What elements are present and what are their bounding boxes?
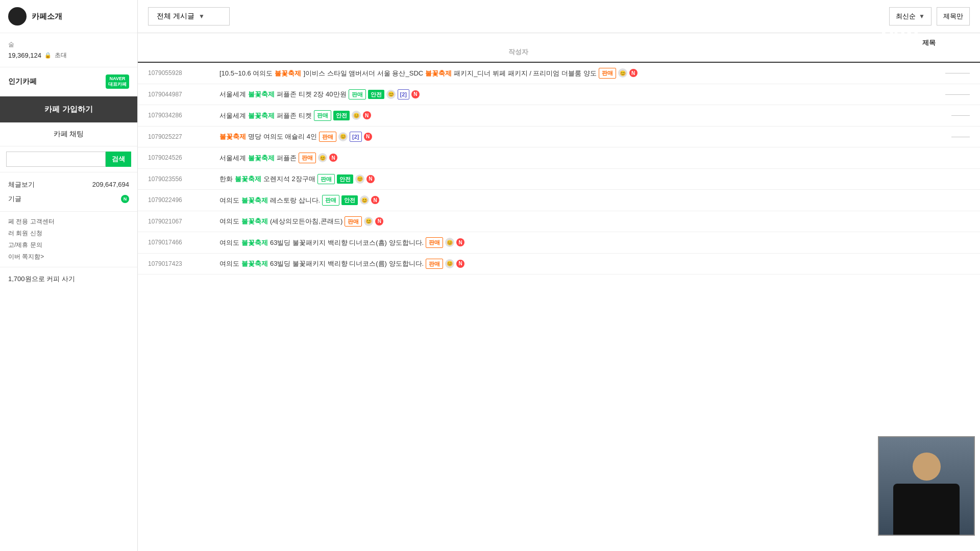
row-num: 1079024526 — [148, 154, 219, 161]
icon-emoji: 😊 — [445, 259, 454, 268]
join-button[interactable]: 카페 가입하기 — [0, 96, 137, 122]
search-bar: 검색 — [0, 146, 137, 172]
table-row: 1079023556 한화 불꽃축제 오렌지석 2장구매 판매 안전 😊 N — [138, 169, 980, 190]
table-row: 1079017423 여의도 불꽃축제 63빌딩 불꽃패키지 백리향 디너코스(… — [138, 254, 980, 275]
badge-sell: 판매 — [314, 110, 331, 121]
row-num: 1079017466 — [148, 239, 219, 246]
badge-sell: 판매 — [299, 153, 316, 163]
n-icon: N — [629, 69, 638, 77]
row-title[interactable]: [10.5~10.6 여의도 불꽃축제]이비스 스타일 앰버서더 서울 용산_S… — [219, 68, 868, 79]
row-num: 1079023556 — [148, 176, 219, 183]
sidebar-stats: 술 19,369,124 🔒 초대 — [0, 33, 137, 67]
table-row: 1079034286 서울세계불꽃축제 퍼플존 티켓 판매 안전 😊 N ——— — [138, 105, 980, 127]
video-person — [879, 437, 974, 535]
n-icon: N — [329, 154, 337, 162]
th-author: 작성자 — [148, 47, 888, 57]
icon-emoji: 😊 — [318, 153, 327, 162]
badge-sell: 판매 — [426, 259, 443, 269]
table-row: 1079021067 여의도 불꽃축제(세상의모든아침,콘래드) 판매 😊 N — [138, 211, 980, 233]
badge-sell: 판매 — [349, 89, 366, 100]
badge-safe: 안전 — [368, 90, 384, 99]
table-row: 1079044987 서울세계불꽃축제 퍼플존 티켓 2장 40만원 판매 안전… — [138, 84, 980, 106]
sidebar-logo — [8, 7, 27, 26]
icon-emoji: 😊 — [338, 132, 348, 141]
badge-count: [2] — [350, 132, 361, 142]
row-title[interactable]: 서울세계불꽃축제 퍼플존 티켓 판매 안전 😊 N — [219, 110, 868, 121]
icon-emoji: 😊 — [360, 195, 369, 205]
badge-sell: 판매 — [322, 195, 339, 206]
badge-sell: 판매 — [319, 132, 336, 142]
badge-sell: 판매 — [426, 237, 443, 248]
table-header: 제목 작성자 — [138, 33, 980, 63]
sidebar-new-posts-link[interactable]: 기글 — [8, 194, 21, 204]
row-num: 1079025227 — [148, 133, 219, 140]
sidebar-header: 카페소개 — [0, 0, 137, 33]
table-row: 1079055928 [10.5~10.6 여의도 불꽃축제]이비스 스타일 앰… — [138, 63, 980, 84]
table-row: 1079024526 서울세계불꽃축제 퍼플존 판매 😊 N — [138, 147, 980, 169]
sidebar-links: 체글보기 209,647,694 기글 N — [0, 172, 137, 211]
n-icon: N — [364, 133, 372, 141]
stat-value: 19,369,124 🔒 초대 — [8, 51, 67, 60]
sort-dropdown-arrow: ▼ — [919, 13, 925, 20]
category-dropdown[interactable]: 전체 게시글 ▼ — [148, 7, 230, 26]
extra-link-member[interactable]: 러 회원 신청 — [8, 228, 129, 239]
badge-sell: 판매 — [345, 216, 362, 227]
row-title[interactable]: 서울세계불꽃축제 퍼플존 티켓 2장 40만원 판매 안전 😊 [2] N — [219, 89, 868, 100]
icon-emoji: 😊 — [355, 174, 364, 184]
table-row: 1079017466 여의도 불꽃축제 63빌딩 불꽃패키지 백리향 디너코스(… — [138, 232, 980, 254]
table-wrapper: 제목 작성자 1079055928 [10.5~10.6 여의도 불꽃축제]이비… — [138, 33, 980, 551]
category-label: 전체 게시글 — [157, 12, 194, 21]
badge-safe: 안전 — [341, 195, 358, 205]
view-dropdown[interactable]: 제목만 — [937, 7, 970, 26]
video-overlay — [878, 436, 975, 536]
sidebar: 카페소개 술 19,369,124 🔒 초대 인기카페 NAVER 대표카페 카… — [0, 0, 138, 551]
lock-icon: 🔒 — [44, 52, 52, 59]
extra-link-support[interactable]: 페 전용 고객센터 — [8, 216, 129, 228]
popular-cafe-section: 인기카페 NAVER 대표카페 — [0, 67, 137, 96]
row-title[interactable]: 서울세계불꽃축제 퍼플존 판매 😊 N — [219, 153, 868, 163]
row-num: 1079022496 — [148, 196, 219, 204]
row-title[interactable]: 여의도 불꽃축제 63빌딩 불꽃패키지 백리향 디너코스(름) 양도합니다. 판… — [219, 259, 868, 269]
table-row: 1079022496 여의도 불꽃축제 레스토랑 삽니다. 판매 안전 😊 N — [138, 190, 980, 211]
row-author: ——— — [868, 133, 970, 140]
sidebar-all-posts-count: 209,647,694 — [92, 181, 129, 188]
chat-button[interactable]: 카페 채팅 — [0, 122, 137, 146]
sidebar-cafe-title: 카페소개 — [32, 12, 62, 21]
sidebar-link-row-allposts: 체글보기 209,647,694 — [8, 178, 129, 192]
row-title[interactable]: 한화 불꽃축제 오렌지석 2장구매 판매 안전 😊 N — [219, 174, 868, 185]
row-author: ———— — [868, 69, 970, 77]
extra-link-message[interactable]: 이버 쪽지함> — [8, 251, 129, 263]
row-num: 1079034286 — [148, 112, 219, 119]
icon-emoji: 😊 — [364, 217, 373, 226]
row-author: ——— — [868, 112, 970, 119]
row-title[interactable]: 여의도 불꽃축제 63빌딩 불꽃패키지 백리향 디너코스(흠) 양도합니다. 판… — [219, 237, 868, 248]
badge-count: [2] — [398, 89, 409, 100]
badge-safe: 안전 — [333, 111, 350, 120]
row-title[interactable]: 여의도 불꽃축제(세상의모든아침,콘래드) 판매 😊 N — [219, 216, 868, 227]
main-content: 전체 게시글 ▼ 최신순 ▼ 제목만 제목 작성자 1079055928 [10 — [138, 0, 980, 551]
n-icon: N — [363, 111, 371, 119]
search-input[interactable] — [6, 152, 106, 167]
page-wrapper: 카페소개 술 19,369,124 🔒 초대 인기카페 NAVER 대표카페 카… — [0, 0, 980, 551]
sidebar-promo[interactable]: 1,700원으로 커피 사기 — [0, 267, 137, 291]
icon-emoji: 😊 — [618, 68, 627, 78]
tne-overlay: tNe — [879, 21, 919, 49]
search-button[interactable]: 검색 — [106, 152, 131, 167]
row-title[interactable]: 불꽃축제 명당 여의도 애슐리 4인 판매 😊 [2] N — [219, 132, 868, 142]
th-blank — [148, 38, 888, 47]
row-title[interactable]: 여의도 불꽃축제 레스토랑 삽니다. 판매 안전 😊 N — [219, 195, 868, 206]
sort-label: 최신순 — [896, 12, 916, 21]
n-icon: N — [411, 90, 420, 98]
extra-link-ad[interactable]: 고/제휴 문의 — [8, 239, 129, 251]
sidebar-extra-links: 페 전용 고객센터 러 회원 신청 고/제휴 문의 이버 쪽지함> — [0, 211, 137, 267]
row-author: ———— — [868, 91, 970, 98]
n-icon: N — [456, 260, 464, 268]
toolbar: 전체 게시글 ▼ 최신순 ▼ 제목만 — [138, 0, 980, 33]
sidebar-all-posts-link[interactable]: 체글보기 — [8, 180, 35, 189]
n-icon: N — [456, 238, 464, 246]
icon-emoji: 😊 — [445, 238, 454, 247]
n-icon: N — [366, 175, 375, 183]
icon-emoji: 😊 — [386, 90, 396, 99]
view-label: 제목만 — [943, 12, 963, 21]
table-row: 1079025227 불꽃축제 명당 여의도 애슐리 4인 판매 😊 [2] N… — [138, 127, 980, 148]
